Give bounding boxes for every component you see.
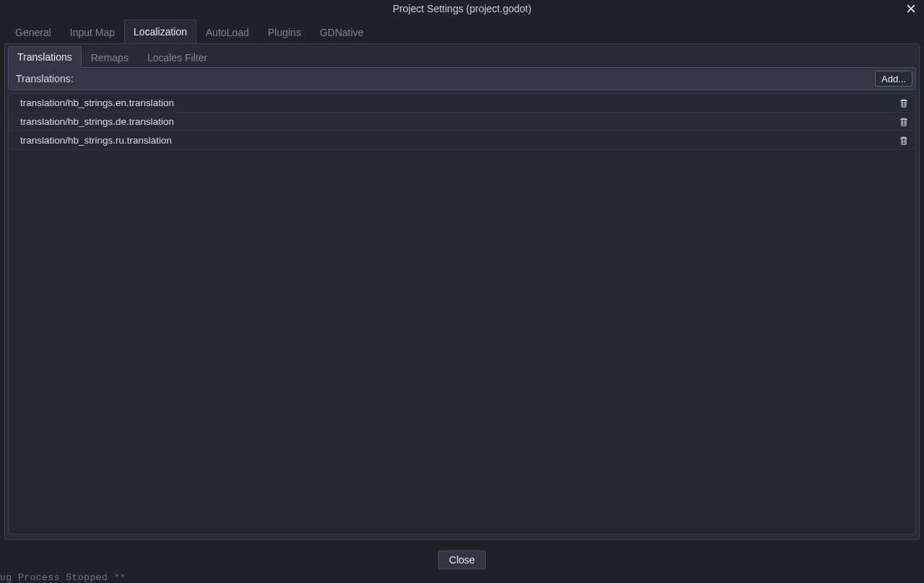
list-item[interactable]: translation/hb_strings.ru.translation — [9, 131, 915, 150]
list-item[interactable]: translation/hb_strings.en.translation — [9, 94, 915, 113]
window-title: Project Settings (project.godot) — [393, 3, 531, 14]
main-panel: Translations Remaps Locales Filter Trans… — [4, 43, 920, 540]
tab-general[interactable]: General — [6, 20, 61, 44]
close-button[interactable]: Close — [438, 551, 486, 569]
tab-input-map[interactable]: Input Map — [61, 20, 124, 44]
add-translation-button[interactable]: Add... — [875, 71, 912, 87]
window-close-button[interactable] — [904, 1, 918, 16]
translations-label: Translations: — [16, 73, 74, 84]
trash-icon — [899, 117, 909, 127]
tab-plugins[interactable]: Plugins — [258, 20, 310, 44]
delete-translation-button[interactable] — [897, 133, 911, 148]
close-icon — [906, 4, 916, 14]
tab-autoload[interactable]: AutoLoad — [196, 20, 258, 44]
delete-translation-button[interactable] — [897, 96, 911, 110]
delete-translation-button[interactable] — [897, 115, 911, 129]
tab-gdnative[interactable]: GDNative — [310, 20, 373, 44]
translation-path: translation/hb_strings.de.translation — [20, 116, 174, 127]
trash-icon — [899, 136, 909, 146]
translations-list: translation/hb_strings.en.translation tr… — [8, 93, 916, 535]
subtab-locales-filter[interactable]: Locales Filter — [138, 47, 217, 68]
translation-path: translation/hb_strings.ru.translation — [20, 135, 172, 146]
titlebar: Project Settings (project.godot) — [0, 0, 924, 17]
sub-tab-bar: Translations Remaps Locales Filter — [5, 44, 919, 67]
subtab-remaps[interactable]: Remaps — [82, 47, 138, 68]
trash-icon — [899, 98, 909, 108]
tab-localization[interactable]: Localization — [124, 19, 196, 44]
list-item[interactable]: translation/hb_strings.de.translation — [9, 113, 915, 131]
translations-header: Translations: Add... — [8, 67, 916, 90]
subtab-translations[interactable]: Translations — [8, 46, 82, 68]
main-tab-bar: General Input Map Localization AutoLoad … — [0, 17, 924, 43]
status-bar-text: ug Process Stopped ** — [0, 572, 126, 583]
footer: Close — [0, 547, 924, 573]
translation-path: translation/hb_strings.en.translation — [20, 97, 174, 108]
